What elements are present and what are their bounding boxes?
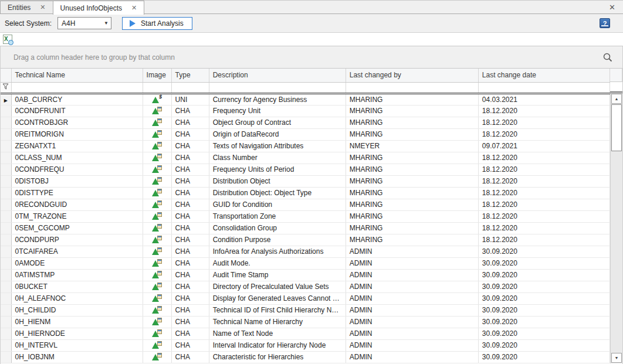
characteristic-icon xyxy=(152,318,162,326)
characteristic-icon xyxy=(152,236,162,244)
currency-unit-icon xyxy=(152,96,162,104)
table-row[interactable]: 0H_INTERVL CHA Interval Indicator for Hi… xyxy=(1,339,610,351)
column-header-last-changed-by[interactable]: Last changed by xyxy=(346,69,478,82)
tab-close-icon[interactable]: ✕ xyxy=(130,4,138,12)
row-indicator-cell xyxy=(1,351,11,363)
filter-cell-last-changed-by[interactable] xyxy=(346,82,478,93)
cell-last-changed-by: ADMIN xyxy=(346,281,478,292)
grid-table-zone: Technical Name Image Type Description La… xyxy=(1,69,610,363)
cell-description: Frequency Units of Period xyxy=(209,164,346,175)
cell-description: Audit Time Stamp xyxy=(209,269,346,281)
table-row[interactable]: 0SEM_CGCOMP CHA Consolidation Group MHAR… xyxy=(1,222,610,234)
cell-type: CHA xyxy=(171,281,209,292)
cell-last-change-date: 18.12.2020 xyxy=(478,234,610,246)
row-indicator-cell xyxy=(1,281,11,292)
table-row[interactable]: 0H_HIERNODE CHA Name of Text Node ADMIN … xyxy=(1,328,610,339)
table-row[interactable]: 0H_CHILDID CHA Technical ID of First Chi… xyxy=(1,304,610,316)
vertical-scrollbar[interactable]: ▲ ▼ xyxy=(610,93,622,363)
row-indicator-cell xyxy=(1,246,11,257)
table-row[interactable]: 0AMODE CHA Audit Mode. ADMIN 30.09.2020 xyxy=(1,257,610,269)
table-row[interactable]: 0DISTTYPE CHA Distribution Object: Objec… xyxy=(1,187,610,199)
cell-image xyxy=(143,304,171,316)
cell-description: Directory of Precalculated Value Sets xyxy=(209,281,346,292)
cell-description: Distribution Object: Object Type xyxy=(209,187,346,199)
table-row[interactable]: 0RECONDGUID CHA GUID for Condition MHARI… xyxy=(1,199,610,210)
help-icon[interactable]: ? xyxy=(600,18,610,28)
cell-image xyxy=(143,210,171,222)
filter-cell-description[interactable] xyxy=(209,82,346,93)
cell-last-changed-by: ADMIN xyxy=(346,339,478,351)
cell-type: CHA xyxy=(171,234,209,246)
filter-cell-last-change-date[interactable] xyxy=(478,82,610,93)
filter-cell-image[interactable] xyxy=(143,82,171,93)
export-to-excel-icon[interactable]: X xyxy=(3,35,12,44)
close-icon[interactable]: ✕ xyxy=(607,3,617,12)
column-header-type[interactable]: Type xyxy=(171,69,209,82)
export-strip: X xyxy=(0,33,623,46)
tab-entities[interactable]: Entities ✕ xyxy=(0,1,53,13)
cell-type: UNI xyxy=(171,93,209,105)
column-header-technical-name[interactable]: Technical Name xyxy=(11,69,143,82)
table-row[interactable]: 0H_IOBJNM CHA Characteristic for Hierarc… xyxy=(1,351,610,363)
table-row[interactable]: 0DISTOBJ CHA Distribution Object MHARING… xyxy=(1,175,610,187)
scrollbar-header-filler xyxy=(610,69,622,82)
scrollbar-thumb[interactable] xyxy=(611,104,622,151)
cell-description: InfoArea for Analysis Authorizations xyxy=(209,246,346,257)
cell-description: Class Number xyxy=(209,152,346,164)
row-indicator-cell xyxy=(1,269,11,281)
characteristic-icon xyxy=(152,118,162,127)
scroll-down-icon[interactable]: ▼ xyxy=(611,353,622,363)
scrollbar-track[interactable] xyxy=(611,151,622,352)
table-row[interactable]: 0ATIMSTMP CHA Audit Time Stamp ADMIN 30.… xyxy=(1,269,610,281)
cell-type: CHA xyxy=(171,292,209,304)
cell-technical-name: 0H_CHILDID xyxy=(11,304,143,316)
table-row[interactable]: ZEGNATXT1 CHA Texts of Navigation Attrib… xyxy=(1,140,610,152)
start-analysis-button[interactable]: Start Analysis xyxy=(122,17,192,30)
chevron-down-icon: ▼ xyxy=(104,21,109,26)
cell-image xyxy=(143,292,171,304)
tab-unused-infoobjects[interactable]: Unused InfoObjects ✕ xyxy=(53,1,145,15)
table-row[interactable]: 0CONTROBJGR CHA Object Group of Contract… xyxy=(1,117,610,128)
grid-body: ▶ 0AB_CURRCY UNI Currency for Agency Bus… xyxy=(1,93,610,363)
table-row[interactable]: 0H_ALEAFNOC CHA Display for Generated Le… xyxy=(1,292,610,304)
filter-cell-technical-name[interactable] xyxy=(11,82,143,93)
table-row[interactable]: 0CONDFRUNIT CHA Frequency Unit MHARING 1… xyxy=(1,105,610,117)
characteristic-icon xyxy=(152,294,162,302)
table-row[interactable]: 0TM_TRAZONE CHA Transportation Zone MHAR… xyxy=(1,210,610,222)
cell-last-changed-by: ADMIN xyxy=(346,316,478,328)
table-row[interactable]: 0CONDPURP CHA Condition Purpose MHARING … xyxy=(1,234,610,246)
cell-last-change-date: 09.07.2021 xyxy=(478,140,610,152)
cell-description: Technical ID of First Child Hierarchy No… xyxy=(209,304,346,316)
cell-last-changed-by: MHARING xyxy=(346,234,478,246)
cell-technical-name: 0H_ALEAFNOC xyxy=(11,292,143,304)
column-header-last-change-date[interactable]: Last change date xyxy=(478,69,610,82)
cell-image xyxy=(143,164,171,175)
tab-close-icon[interactable]: ✕ xyxy=(39,4,46,11)
cell-image xyxy=(143,105,171,117)
characteristic-icon xyxy=(152,177,162,185)
cell-description: Name of Text Node xyxy=(209,328,346,339)
cell-last-changed-by: MHARING xyxy=(346,105,478,117)
cell-description: Condition Purpose xyxy=(209,234,346,246)
table-row[interactable]: 0H_HIENM CHA Technical Name of Hierarchy… xyxy=(1,316,610,328)
table-row[interactable]: ▶ 0AB_CURRCY UNI Currency for Agency Bus… xyxy=(1,93,610,105)
characteristic-icon xyxy=(152,283,162,291)
table-row[interactable]: 0TCAIFAREA CHA InfoArea for Analysis Aut… xyxy=(1,246,610,257)
select-system-label: Select System: xyxy=(5,19,52,28)
table-row[interactable]: 0CLASS_NUM CHA Class Number MHARING 18.1… xyxy=(1,152,610,164)
column-header-description[interactable]: Description xyxy=(209,69,346,82)
row-indicator-cell: ▶ xyxy=(1,93,11,105)
system-select-value: A4H xyxy=(62,19,104,28)
scroll-up-icon[interactable]: ▲ xyxy=(611,94,622,104)
cell-technical-name: ZEGNATXT1 xyxy=(11,140,143,152)
system-select[interactable]: A4H ▼ xyxy=(57,17,111,29)
group-by-panel[interactable]: Drag a column header here to group by th… xyxy=(1,46,622,69)
cell-description: Transportation Zone xyxy=(209,210,346,222)
table-row[interactable]: 0BUCKET CHA Directory of Precalculated V… xyxy=(1,281,610,292)
filter-cell-type[interactable] xyxy=(171,82,209,93)
cell-last-change-date: 18.12.2020 xyxy=(478,222,610,234)
table-row[interactable]: 0CONDFREQU CHA Frequency Units of Period… xyxy=(1,164,610,175)
search-icon[interactable] xyxy=(602,52,613,63)
table-row[interactable]: 0REITMORIGN CHA Origin of DataRecord MHA… xyxy=(1,128,610,140)
column-header-image[interactable]: Image xyxy=(143,69,171,82)
